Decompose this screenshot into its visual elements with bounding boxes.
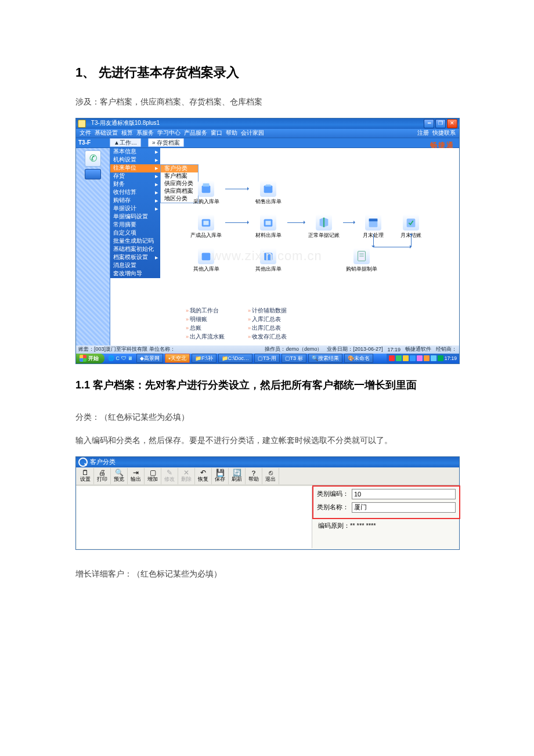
toolbar-预览[interactable]: 🔍预览 bbox=[111, 468, 128, 484]
quicklink[interactable]: 收发存汇总表 bbox=[248, 333, 287, 341]
taskbar-item[interactable]: ▢ T3-用 bbox=[254, 354, 280, 363]
subsection-heading: 1.1 客户档案：先对客户进行分类设立，然后把所有客户都统一增长到里面 bbox=[75, 375, 459, 395]
submenu-item[interactable]: 购销存 bbox=[110, 197, 160, 205]
taskbar-item[interactable]: ◆ 高景网 bbox=[136, 354, 163, 363]
t3-sidebar: ✆ bbox=[76, 148, 110, 345]
name-input[interactable]: 厦门 bbox=[352, 502, 456, 513]
quicklink[interactable]: 总账 bbox=[186, 325, 225, 332]
para-detail: 增长详细客户：（红色标记某些为必填） bbox=[75, 566, 459, 582]
code-input[interactable]: 10 bbox=[352, 489, 456, 499]
maximize-button[interactable]: ❐ bbox=[435, 119, 446, 128]
quicklink[interactable]: 入库汇总表 bbox=[248, 316, 287, 323]
t3-titlebar[interactable]: T3-用友通标准版10.8plus1 ━ ❐ ✕ bbox=[76, 118, 459, 129]
flow-qitaru[interactable]: 其他入库单 bbox=[189, 248, 223, 273]
tab-inventory[interactable]: » 存货档案 bbox=[148, 138, 184, 147]
submenu-item[interactable]: 基础档案初始化 bbox=[110, 246, 160, 254]
dlg-toolbar: 🗒设置🖨打印🔍预览⇥输出▢增加✎修改✕删除↶恢复💾保存🔄刷新？帮助⎋退出 bbox=[76, 467, 459, 485]
quicklink[interactable]: 计价辅助数据 bbox=[248, 307, 287, 315]
toolbar-退出[interactable]: ⎋退出 bbox=[262, 468, 279, 484]
toolbar-输出[interactable]: ⇥输出 bbox=[128, 468, 145, 484]
minimize-button[interactable]: ━ bbox=[424, 119, 434, 128]
dlg-title-text: 客户分类 bbox=[90, 458, 116, 466]
submenu-item[interactable]: 基本信息 bbox=[110, 148, 160, 156]
toolbar-恢复[interactable]: ↶恢复 bbox=[195, 468, 212, 484]
svg-rect-10 bbox=[202, 253, 211, 260]
menu-hesuan[interactable]: 核算 bbox=[121, 129, 133, 137]
tabbar-left: T3-F bbox=[78, 138, 91, 147]
app-icon bbox=[78, 120, 86, 128]
flow-jizhang[interactable]: 正常单据记账 bbox=[306, 214, 341, 239]
flow-chanchengpin[interactable]: 产成品入库单 bbox=[189, 214, 223, 239]
close-button[interactable]: ✕ bbox=[447, 119, 457, 128]
toolbar-保存[interactable]: 💾保存 bbox=[212, 468, 229, 484]
required-highlight: 类别编码： 10 类别名称： 厦门 bbox=[312, 485, 460, 519]
dlg-titlebar[interactable]: 客户分类 bbox=[76, 457, 459, 467]
flow-qitachu[interactable]: 其他出库单 bbox=[251, 248, 286, 273]
submenu-item[interactable]: 档案模板设置 bbox=[110, 254, 160, 262]
submenu-item[interactable]: 存货 bbox=[110, 172, 160, 181]
taskbar-item[interactable]: ▢ T3 标 bbox=[282, 354, 306, 363]
submenu-item[interactable]: 套改增向导 bbox=[110, 270, 160, 278]
toolbar-打印[interactable]: 🖨打印 bbox=[94, 468, 111, 484]
menu-learn[interactable]: 学习中心 bbox=[157, 129, 181, 137]
tab-workbench[interactable]: ▲工作… bbox=[110, 138, 141, 147]
menu-svc[interactable]: 系服务 bbox=[136, 129, 154, 137]
status-dealer: 经销商： bbox=[436, 345, 457, 353]
svg-rect-6 bbox=[265, 221, 270, 225]
taskbar-item[interactable]: ⭑ 天空北 bbox=[165, 354, 190, 363]
menu-quick[interactable]: 快捷联系 bbox=[432, 129, 456, 137]
svg-rect-11 bbox=[264, 253, 273, 260]
toolbar-增加[interactable]: ▢增加 bbox=[145, 468, 161, 484]
t3-app-window: T3-用友通标准版10.8plus1 ━ ❐ ✕ 文件 基础设置 核算 系服务 … bbox=[75, 118, 460, 364]
status-soft: 畅捷通软件 bbox=[405, 345, 431, 353]
toolbar-设置[interactable]: 🗒设置 bbox=[77, 468, 94, 484]
quicklink[interactable]: 明细账 bbox=[186, 316, 225, 323]
workflow-area: 采购入库单 销售出库单 产成品入库单 材料出库单 bbox=[180, 169, 457, 313]
submenu-item[interactable]: 单据编码设置 bbox=[110, 213, 160, 221]
flow-caigou[interactable]: 采购入库单 bbox=[189, 181, 223, 206]
code-label: 类别编码： bbox=[317, 489, 352, 498]
windows-flag-icon bbox=[80, 355, 86, 362]
submenu-item[interactable]: 批量生成助记码 bbox=[110, 237, 160, 246]
menu-file[interactable]: 文件 bbox=[80, 129, 91, 137]
svg-rect-8 bbox=[369, 218, 378, 221]
submenu-item[interactable]: 收付结算 bbox=[110, 189, 160, 197]
submenu-item[interactable]: 往来单位 bbox=[110, 164, 160, 172]
para-shuru: 输入编码和分类名，然后保存。要是不进行分类话，建立帐套时候选取不分类就可以了。 bbox=[75, 433, 459, 448]
side-icon[interactable] bbox=[85, 169, 101, 179]
quicklink[interactable]: 出库汇总表 bbox=[248, 325, 287, 332]
submenu-item[interactable]: 机构设置 bbox=[110, 156, 160, 164]
menu-help[interactable]: 帮助 bbox=[226, 129, 237, 137]
tray-time: 17:19 bbox=[445, 355, 457, 361]
start-button[interactable]: 开始 bbox=[76, 354, 104, 363]
menu-window[interactable]: 窗口 bbox=[211, 129, 222, 137]
taskbar-item[interactable]: 📁 F:\补 bbox=[192, 354, 217, 363]
menu-prod[interactable]: 产品服务 bbox=[184, 129, 207, 137]
submenu-item[interactable]: 财务 bbox=[110, 181, 160, 189]
win-taskbar: 开始 🌐 C 🛡 🖥 ◆ 高景网 ⭑ 天空北 📁 F:\补 📁 C:\Doc… … bbox=[76, 354, 459, 363]
status-acct: 账套：[003]厦门至宇科技有限 单位名称： bbox=[78, 345, 175, 353]
category-tree[interactable] bbox=[77, 487, 312, 548]
flow-cailiao[interactable]: 材料出库单 bbox=[251, 214, 286, 239]
toolbar-帮助[interactable]: ？帮助 bbox=[246, 468, 262, 484]
phone-icon[interactable]: ✆ bbox=[85, 150, 101, 167]
submenu-item[interactable]: 单据设计 bbox=[110, 205, 160, 213]
toolbar-刷新[interactable]: 🔄刷新 bbox=[229, 468, 246, 484]
taskbar-item[interactable]: 🎨 未命名 bbox=[344, 354, 373, 363]
taskbar-item[interactable]: 🔍 搜索结果 bbox=[308, 354, 342, 363]
quicklink[interactable]: 出入库流水账 bbox=[186, 333, 225, 341]
taskbar-item[interactable]: 📁 C:\Doc… bbox=[218, 354, 253, 363]
t3-menubar: 文件 基础设置 核算 系服务 学习中心 产品服务 窗口 帮助 会计家园 注册 快… bbox=[76, 129, 459, 138]
submenu-item[interactable]: 消息设置 bbox=[110, 262, 160, 270]
toolbar-删除: ✕删除 bbox=[178, 468, 195, 484]
flow-zhidan[interactable]: 购销单据制单 bbox=[344, 248, 379, 273]
menu-register[interactable]: 注册 bbox=[417, 129, 429, 137]
system-tray[interactable]: 17:19 bbox=[387, 354, 459, 363]
submenu-item[interactable]: 自定义项 bbox=[110, 229, 160, 237]
flow-xiaoshou[interactable]: 销售出库单 bbox=[251, 181, 286, 206]
submenu-item[interactable]: 常用摘要 bbox=[110, 221, 160, 229]
menu-home[interactable]: 会计家园 bbox=[241, 129, 264, 137]
quicklink[interactable]: 我的工作台 bbox=[186, 307, 225, 315]
encoding-rule: 编码原则：** *** **** bbox=[318, 521, 454, 530]
menu-base[interactable]: 基础设置 bbox=[95, 129, 118, 137]
